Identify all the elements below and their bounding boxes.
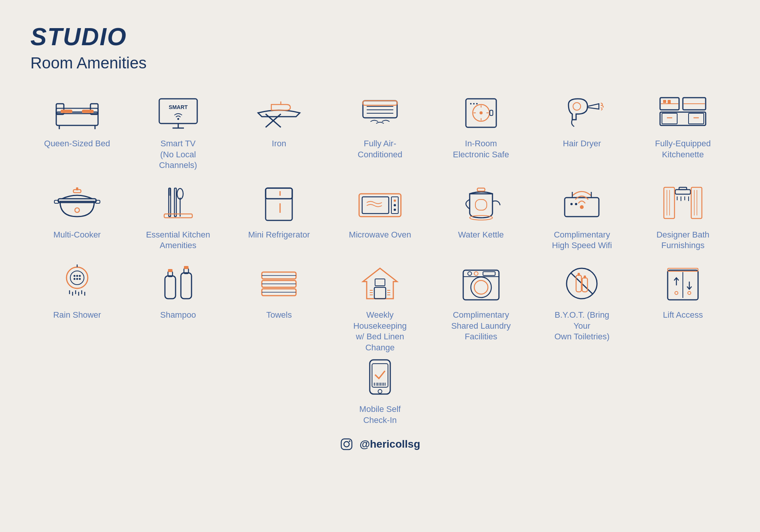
svg-rect-35	[689, 113, 704, 124]
svg-rect-5	[82, 110, 93, 113]
svg-point-142	[675, 291, 678, 294]
svg-rect-155	[341, 439, 352, 450]
wifi-icon	[555, 182, 608, 224]
svg-rect-133	[576, 275, 581, 292]
amenity-mini-fridge: Mini Refrigerator	[232, 182, 326, 251]
amenity-microwave: Microwave Oven	[333, 182, 427, 251]
amenity-multi-cooker: Multi-Cooker	[30, 182, 124, 251]
svg-rect-50	[174, 188, 176, 217]
svg-point-74	[575, 203, 577, 205]
amenity-bath-furnishings: Designer BathFurnishings	[636, 182, 730, 251]
svg-point-31	[476, 103, 478, 104]
amenity-byot: B.Y.O.T. (Bring YourOwn Toiletries)	[535, 263, 629, 353]
svg-point-32	[573, 103, 581, 110]
amenity-label: Queen-Sized Bed	[44, 138, 110, 149]
amenity-rain-shower: Rain Shower	[30, 263, 124, 353]
svg-point-66	[394, 204, 396, 206]
svg-point-67	[394, 209, 396, 211]
amenities-grid: Queen-Sized Bed SMART Smart TV(No Local …	[30, 91, 730, 353]
svg-rect-58	[266, 188, 292, 199]
amenity-smart-tv: SMART Smart TV(No Local Channels)	[131, 91, 225, 171]
svg-rect-42	[663, 100, 666, 103]
housekeeping-icon	[353, 263, 407, 304]
amenity-housekeeping: Weekly Housekeepingw/ Bed Linen Change	[333, 263, 427, 353]
svg-point-143	[688, 291, 691, 294]
svg-rect-28	[490, 110, 493, 116]
svg-rect-136	[584, 276, 586, 279]
svg-rect-78	[675, 190, 690, 194]
amenity-label: Shampoo	[160, 310, 196, 321]
amenity-label: Smart TV(No Local Channels)	[144, 138, 212, 171]
laundry-icon	[454, 263, 508, 304]
svg-rect-135	[578, 273, 580, 276]
page-subtitle: Room Amenities	[30, 54, 730, 72]
amenity-label: ComplimentaryHigh Speed Wifi	[552, 230, 612, 251]
amenity-electronic-safe: In-RoomElectronic Safe	[434, 91, 528, 171]
rain-shower-icon	[51, 263, 104, 304]
amenity-wifi: ComplimentaryHigh Speed Wifi	[535, 182, 629, 251]
svg-rect-109	[184, 266, 188, 269]
kitchenette-icon	[656, 91, 709, 133]
smart-tv-icon: SMART	[152, 91, 205, 133]
svg-point-10	[177, 118, 179, 120]
amenity-label: Lift Access	[663, 310, 703, 321]
svg-rect-116	[374, 287, 386, 299]
svg-point-65	[394, 200, 396, 202]
amenity-air-conditioned: Fully Air-Conditioned	[333, 91, 427, 171]
shampoo-icon	[152, 263, 205, 304]
kitchen-amenities-icon	[152, 182, 205, 224]
amenity-label: In-RoomElectronic Safe	[453, 138, 509, 160]
svg-rect-43	[668, 100, 671, 104]
amenity-label: Towels	[266, 310, 292, 321]
amenity-hair-dryer: Hair Dryer	[535, 91, 629, 171]
multi-cooker-icon	[51, 182, 104, 224]
amenity-label: Fully Air-Conditioned	[358, 138, 402, 160]
amenity-label: Hair Dryer	[563, 138, 601, 149]
iron-icon	[252, 91, 306, 133]
amenity-label: Mobile SelfCheck-In	[359, 404, 401, 426]
microwave-icon	[353, 182, 407, 224]
svg-point-157	[349, 440, 350, 442]
svg-rect-16	[363, 101, 397, 118]
amenity-label: Multi-Cooker	[54, 230, 101, 241]
svg-point-126	[474, 280, 488, 294]
amenity-shampoo: Shampoo	[131, 263, 225, 353]
amenity-kitchenette: Fully-EquippedKitchenette	[636, 91, 730, 171]
svg-point-129	[474, 272, 478, 276]
water-kettle-icon	[454, 182, 508, 224]
svg-point-73	[570, 203, 573, 205]
instagram-icon	[340, 437, 353, 451]
svg-point-102	[76, 278, 78, 280]
self-checkin-icon	[353, 357, 407, 399]
svg-rect-124	[463, 270, 499, 300]
svg-point-55	[177, 188, 183, 199]
amenity-label: Microwave Oven	[349, 230, 411, 241]
amenity-water-kettle: Water Kettle	[434, 182, 528, 251]
towels-icon	[252, 263, 306, 304]
footer: @hericollsg	[30, 437, 730, 451]
amenity-label: ComplimentaryShared LaundryFacilities	[451, 310, 511, 342]
svg-text:SMART: SMART	[169, 104, 188, 110]
air-conditioned-icon	[353, 91, 407, 133]
svg-point-29	[470, 103, 472, 104]
amenity-label: Iron	[272, 138, 286, 149]
bath-furnishings-icon	[656, 182, 709, 224]
svg-point-146	[378, 390, 382, 393]
svg-rect-63	[362, 197, 389, 214]
amenity-towels: Towels	[232, 263, 326, 353]
hair-dryer-icon	[555, 91, 608, 133]
amenity-iron: Iron	[232, 91, 326, 171]
svg-point-47	[75, 208, 79, 212]
svg-rect-130	[483, 272, 495, 276]
svg-point-72	[580, 205, 584, 209]
footer-handle: @hericollsg	[359, 438, 420, 450]
amenity-label: Rain Shower	[53, 310, 101, 321]
svg-rect-70	[475, 200, 487, 210]
svg-point-90	[70, 271, 84, 285]
svg-point-103	[79, 278, 81, 280]
lift-icon	[656, 263, 709, 304]
amenity-label: Weekly Housekeepingw/ Bed Linen Change	[346, 310, 414, 353]
amenity-label: Designer BathFurnishings	[656, 230, 709, 251]
page-title: STUDIO	[30, 23, 730, 51]
svg-point-89	[66, 267, 88, 288]
